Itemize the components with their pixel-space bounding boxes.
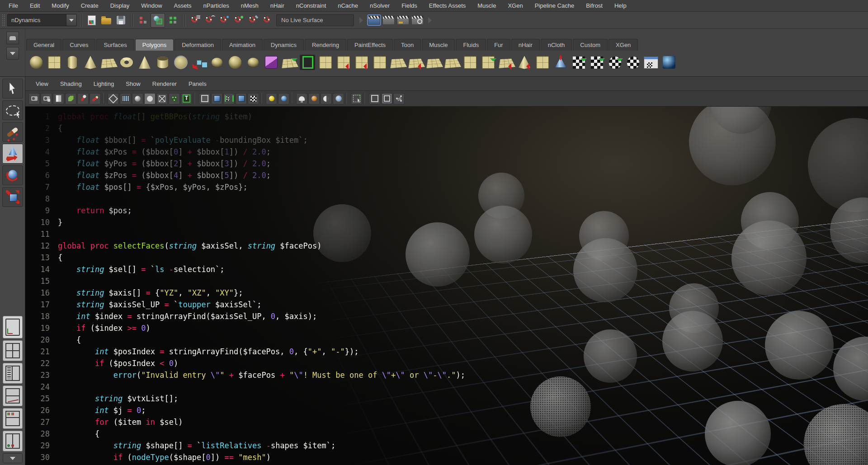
ipr-render-icon[interactable] <box>396 14 410 27</box>
scale-tool[interactable] <box>2 187 23 207</box>
panel-menu-view[interactable]: View <box>30 79 54 89</box>
menu-set-dropdown[interactable]: nDynamics <box>7 14 77 26</box>
render-view-icon[interactable] <box>367 14 381 27</box>
polygon-cube-icon[interactable] <box>46 52 63 72</box>
layout-four-view[interactable] <box>3 340 23 361</box>
motion-blur-icon[interactable] <box>248 93 259 104</box>
polygon-cylinder-icon[interactable] <box>64 52 81 72</box>
polygon-plane-icon[interactable] <box>100 52 117 72</box>
menu-display[interactable]: Display <box>104 0 136 11</box>
default-lighting-icon[interactable] <box>199 93 210 104</box>
chamfer-icon[interactable] <box>534 52 551 72</box>
render-settings-icon[interactable] <box>410 14 424 27</box>
menu-nmesh[interactable]: nMesh <box>235 0 264 11</box>
wireframe-on-shaded-icon[interactable] <box>156 93 168 104</box>
combine-icon[interactable] <box>317 52 334 72</box>
menu-nconstraint[interactable]: nConstraint <box>290 0 332 11</box>
polygon-torus-icon[interactable] <box>118 52 135 72</box>
textured-icon[interactable] <box>169 93 180 104</box>
save-scene-icon[interactable] <box>114 14 127 27</box>
panel-menu-show[interactable]: Show <box>120 79 146 89</box>
layout-persp-graph[interactable] <box>3 385 23 406</box>
shelf-tab-toon[interactable]: Toon <box>394 39 421 51</box>
menu-effects-assets[interactable]: Effects Assets <box>423 0 472 11</box>
new-scene-icon[interactable] <box>85 14 99 27</box>
uv-auto-projection-icon[interactable] <box>570 52 587 72</box>
light-manipulator-icon[interactable] <box>296 93 307 104</box>
paint-select-tool[interactable] <box>2 122 23 142</box>
uv-spherical-icon[interactable] <box>606 52 623 72</box>
open-scene-icon[interactable] <box>99 14 113 27</box>
uv-editor-icon[interactable] <box>642 52 660 72</box>
shelf-tab-custom[interactable]: Custom <box>573 39 608 51</box>
bookmark-icon[interactable] <box>53 93 64 104</box>
shelf-tab-general[interactable]: General <box>26 39 61 51</box>
shading-override-icon[interactable] <box>278 93 289 104</box>
smooth-sphere-icon[interactable] <box>226 52 244 72</box>
polygon-pipe-icon[interactable] <box>154 52 171 72</box>
screen-space-ao-icon[interactable] <box>236 93 247 104</box>
polygon-platonic-icon[interactable] <box>172 52 189 72</box>
smooth-shade-icon[interactable] <box>132 93 143 104</box>
snap-to-projected-center-icon[interactable] <box>231 14 245 27</box>
extrude-icon[interactable] <box>498 52 515 72</box>
snap-to-curve-icon[interactable] <box>203 14 216 27</box>
menu-nhair[interactable]: nHair <box>264 0 290 11</box>
shelf-tab-surfaces[interactable]: Surfaces <box>96 39 134 51</box>
select-object-icon[interactable] <box>151 13 165 28</box>
viewport[interactable]: 1global proc float[] getBBPos(string $it… <box>25 107 868 465</box>
panel-menu-lighting[interactable]: Lighting <box>88 79 120 89</box>
menu-nsolver[interactable]: nSolver <box>364 0 396 11</box>
all-lights-icon[interactable] <box>211 93 222 104</box>
menu-fields[interactable]: Fields <box>396 0 423 11</box>
shelf-tab-curves[interactable]: Curves <box>62 39 95 51</box>
status-bar-drag-handle[interactable] <box>2 14 5 27</box>
viewport-filter-icon[interactable] <box>381 93 392 104</box>
exposure-icon[interactable] <box>321 93 332 104</box>
grease-pencil-icon[interactable] <box>90 93 101 104</box>
isolate-select-icon[interactable] <box>369 93 380 104</box>
layout-outliner-persp[interactable] <box>3 363 23 384</box>
bevel-icon[interactable] <box>462 52 479 72</box>
shelf-tab-polygons[interactable]: Polygons <box>135 39 174 51</box>
menu-edit[interactable]: Edit <box>24 0 46 11</box>
shelf-tab-nhair[interactable]: nHair <box>511 39 540 51</box>
shadows-icon[interactable] <box>223 93 235 104</box>
shelf-tab-deformation[interactable]: Deformation <box>175 39 221 51</box>
bounding-box-icon[interactable] <box>120 93 131 104</box>
menu-file[interactable]: File <box>3 0 24 11</box>
snap-to-view-plane-icon[interactable] <box>246 14 259 27</box>
rotate-tool[interactable] <box>2 165 23 185</box>
layout-more[interactable] <box>3 453 23 463</box>
selection-highlight-icon[interactable] <box>351 93 362 104</box>
shelf-tab-menu-button[interactable] <box>6 32 19 44</box>
chevron-down-icon[interactable] <box>66 14 76 26</box>
uv-cylindrical-icon[interactable] <box>588 52 605 72</box>
multi-cut-icon[interactable] <box>299 52 316 72</box>
live-surface-field[interactable]: No Live Surface <box>276 14 354 26</box>
snap-to-point-icon[interactable] <box>217 14 231 27</box>
shelf-tab-ncloth[interactable]: nCloth <box>541 39 572 51</box>
panel-menu-shading[interactable]: Shading <box>54 79 88 89</box>
menu-xgen[interactable]: XGen <box>502 0 528 11</box>
menu-muscle[interactable]: Muscle <box>472 0 502 11</box>
two-d-pan-zoom-icon[interactable] <box>77 93 89 104</box>
paint-texture-cube-icon[interactable] <box>263 52 280 72</box>
texture-ball-icon[interactable] <box>308 93 320 104</box>
move-tool[interactable] <box>2 144 23 164</box>
reduce-cone-icon[interactable] <box>552 52 569 72</box>
wire-sphere-icon[interactable] <box>245 52 262 72</box>
layout-hypershade-persp[interactable] <box>3 408 23 429</box>
image-plane-icon[interactable] <box>65 93 76 104</box>
menu-window[interactable]: Window <box>135 0 168 11</box>
menu-nparticles[interactable]: nParticles <box>198 0 235 11</box>
gamma-icon[interactable] <box>333 93 344 104</box>
separate-icon[interactable] <box>335 52 352 72</box>
wireframe-icon[interactable] <box>108 93 119 104</box>
voxel-preview-icon[interactable] <box>660 52 678 72</box>
paint-reduce-icon[interactable] <box>425 52 443 72</box>
reduce-icon[interactable] <box>407 52 425 72</box>
extract-icon[interactable] <box>353 52 370 72</box>
panel-menu-renderer[interactable]: Renderer <box>146 79 183 89</box>
menu-create[interactable]: Create <box>75 0 104 11</box>
